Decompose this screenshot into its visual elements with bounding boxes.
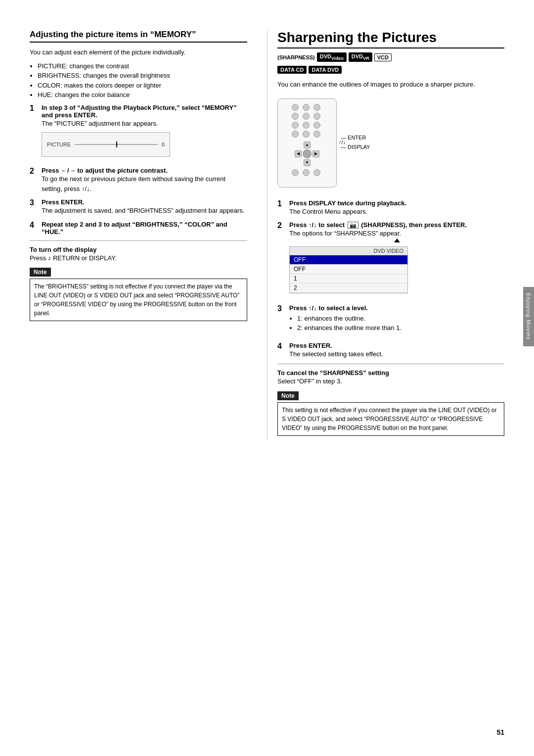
bullet-3: COLOR: makes the colors deeper or lighte… bbox=[38, 81, 247, 91]
sidebar-label: Enjoying Movies bbox=[526, 293, 532, 340]
right-step-1: 1 Press DISPLAY twice during playback. T… bbox=[277, 199, 504, 217]
remote-dpad-down: ▼ bbox=[304, 159, 311, 166]
picture-bar-marker bbox=[116, 142, 117, 147]
badge-row-2: DATA CD DATA DVD bbox=[277, 66, 504, 74]
right-step-2-normal: The options for “SHARPNESS” appear. bbox=[289, 230, 401, 237]
remote-annotation-updown: ↑/↓ bbox=[339, 139, 346, 145]
remote-btn-12 bbox=[313, 131, 320, 138]
left-step-1: 1 In step 3 of “Adjusting the Playback P… bbox=[30, 104, 247, 162]
sharpness-row-3: 2 bbox=[290, 284, 407, 293]
remote-btn-3 bbox=[313, 104, 320, 111]
to-turn-off: To turn off the display Press ♪ RETURN o… bbox=[30, 246, 247, 263]
sharpness-cell-2: 1 bbox=[294, 275, 403, 282]
step-2-num: 2 bbox=[30, 167, 39, 193]
note-box-left: Note The “BRIGHTNESS” setting is not eff… bbox=[30, 268, 247, 321]
step-4-bold: Repeat step 2 and 3 to adjust “BRIGHTNES… bbox=[42, 221, 227, 236]
to-cancel: To cancel the “SHARPNESS” setting Select… bbox=[277, 369, 504, 386]
picture-bar-box: PICTURE 0 bbox=[42, 132, 170, 157]
picture-bar-label: PICTURE bbox=[47, 142, 71, 147]
picture-bar-zero: 0 bbox=[162, 142, 165, 147]
left-step-2: 2 Press ←/→ to adjust the picture contra… bbox=[30, 167, 247, 193]
step-1-num: 1 bbox=[30, 104, 39, 162]
note-label-left: Note bbox=[30, 268, 51, 277]
badge-data-dvd: DATA DVD bbox=[309, 66, 342, 74]
remote-dpad-left: ◀ bbox=[295, 150, 302, 157]
badge-dvdvideo: DVDVideo bbox=[317, 52, 347, 62]
bullet-2: BRIGHTNESS: changes the overall brightne… bbox=[38, 71, 247, 81]
page-container: Enjoying Movies Adjusting the picture it… bbox=[0, 0, 534, 756]
right-step-4-normal: The selected setting takes effect. bbox=[289, 350, 383, 358]
sharpness-row-1: OFF bbox=[290, 265, 407, 274]
badge-row: (SHARPNESS) DVDVideo DVDVR VCD bbox=[277, 52, 504, 62]
remote-btn-8 bbox=[303, 122, 310, 129]
right-step-2: 2 Press ↑/↓ to select 📷 (SHARPNESS), the… bbox=[277, 221, 504, 299]
remote-btn-9 bbox=[313, 122, 320, 129]
remote-btn-6 bbox=[313, 113, 320, 120]
right-step-4-bold: Press ENTER. bbox=[289, 342, 332, 349]
badge-sharpness-label: (SHARPNESS) bbox=[277, 54, 315, 60]
right-column: Sharpening the Pictures (SHARPNESS) DVDV… bbox=[267, 30, 504, 441]
right-step-1-bold: Press DISPLAY twice during playback. bbox=[289, 199, 406, 207]
remote-top-buttons bbox=[292, 104, 322, 138]
divider-1 bbox=[30, 240, 247, 241]
sharpness-row-2: 1 bbox=[290, 274, 407, 284]
step-2-normal: To go the next or previous picture item … bbox=[42, 175, 225, 192]
memory-bullets: PICTURE: changes the contrast BRIGHTNESS… bbox=[38, 61, 247, 100]
bullet-1: PICTURE: changes the contrast bbox=[38, 61, 247, 71]
right-step-1-num: 1 bbox=[277, 199, 286, 217]
right-step-4-num: 4 bbox=[277, 342, 286, 359]
remote-dpad-up: ▲ bbox=[304, 142, 311, 148]
remote-btn-5 bbox=[303, 113, 310, 120]
right-step-3-bullets: 1: enhances the outline. 2: enhances the… bbox=[297, 314, 504, 333]
remote-bottom-2 bbox=[303, 169, 310, 176]
remote-area: ▲ ▼ ◀ ▶ bbox=[277, 94, 504, 193]
remote-btn-10 bbox=[292, 131, 299, 138]
badge-vcd: VCD bbox=[374, 53, 392, 61]
note-label-right: Note bbox=[277, 391, 299, 400]
step-3-num: 3 bbox=[30, 198, 39, 216]
sharpness-cell-1: OFF bbox=[294, 266, 403, 273]
remote-btn-1 bbox=[292, 104, 299, 111]
memory-intro: You can adjust each element of the pictu… bbox=[30, 47, 247, 57]
picture-bar-line bbox=[75, 144, 158, 145]
note-content-right: This setting is not effective if you con… bbox=[277, 402, 504, 436]
badge-data-cd: DATA CD bbox=[277, 66, 307, 74]
bullet-sharp-2: 2: enhances the outline more than 1. bbox=[297, 323, 504, 333]
remote-illustration-container: ▲ ▼ ◀ ▶ bbox=[277, 94, 337, 193]
step-1-normal: The “PICTURE” adjustment bar appears. bbox=[42, 120, 158, 127]
to-cancel-heading: To cancel the “SHARPNESS” setting bbox=[277, 369, 389, 377]
left-step-4: 4 Repeat step 2 and 3 to adjust “BRIGHTN… bbox=[30, 221, 247, 236]
right-step-4: 4 Press ENTER. The selected setting take… bbox=[277, 342, 504, 359]
step-2-bold: Press ←/→ to adjust the picture contrast… bbox=[42, 167, 168, 174]
remote-btn-2 bbox=[303, 104, 310, 111]
bullet-sharp-1: 1: enhances the outline. bbox=[297, 314, 504, 324]
sharpness-table: DVD VIDEO OFF OFF 1 bbox=[289, 246, 408, 293]
remote-dpad-center bbox=[303, 149, 312, 158]
step-1-bold: In step 3 of “Adjusting the Playback Pic… bbox=[42, 104, 237, 119]
step-3-normal: The adjustment is saved, and “BRIGHTNESS… bbox=[42, 207, 244, 214]
remote-illustration: ▲ ▼ ◀ ▶ bbox=[277, 98, 337, 188]
right-step-3: 3 Press ↑/↓ to select a level. 1: enhanc… bbox=[277, 304, 504, 337]
left-column: Adjusting the picture items in “MEMORY” … bbox=[30, 30, 247, 441]
right-step-3-bold: Press ↑/↓ to select a level. bbox=[289, 304, 368, 312]
note-box-right: Note This setting is not effective if yo… bbox=[277, 391, 504, 436]
to-turn-off-text: Press ♪ RETURN or DISPLAY. bbox=[30, 254, 117, 262]
sharpness-arrow bbox=[394, 238, 400, 242]
remote-btn-7 bbox=[292, 122, 299, 129]
step-3-bold: Press ENTER. bbox=[42, 198, 85, 206]
sharpening-intro: You can enhance the outlines of images t… bbox=[277, 80, 504, 90]
remote-btn-11 bbox=[303, 131, 310, 138]
remote-btn-4 bbox=[292, 113, 299, 120]
note-content-left: The “BRIGHTNESS” setting is not effectiv… bbox=[30, 279, 247, 321]
sharpness-cell-3: 2 bbox=[294, 284, 403, 291]
two-column-layout: Adjusting the picture items in “MEMORY” … bbox=[30, 30, 504, 441]
right-step-2-num: 2 bbox=[277, 221, 286, 299]
sharpness-table-container: DVD VIDEO OFF OFF 1 bbox=[289, 238, 504, 293]
remote-bottom-buttons bbox=[292, 169, 322, 176]
step-4-num: 4 bbox=[30, 221, 39, 236]
remote-dpad-right: ▶ bbox=[312, 150, 319, 157]
left-step-3: 3 Press ENTER. The adjustment is saved, … bbox=[30, 198, 247, 216]
right-step-3-num: 3 bbox=[277, 304, 286, 337]
badge-dvdvr: DVDVR bbox=[349, 52, 372, 62]
right-step-1-normal: The Control Menu appears. bbox=[289, 208, 367, 215]
